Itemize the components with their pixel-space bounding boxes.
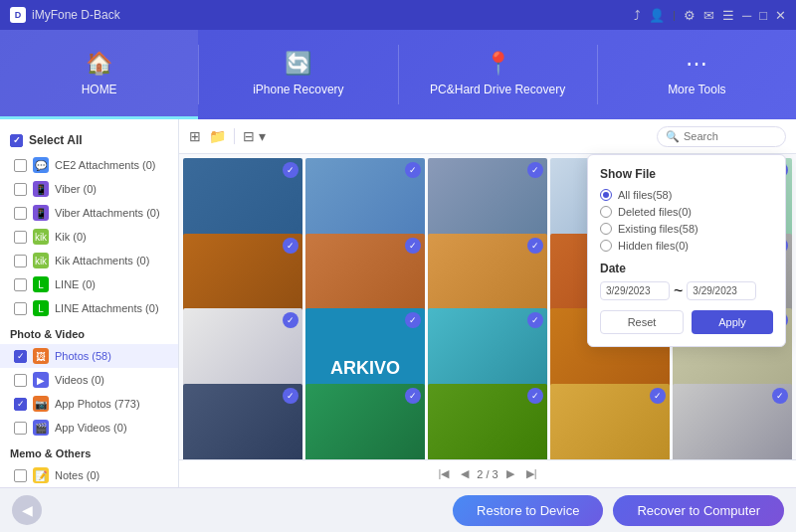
filter-all-radio[interactable]: [600, 189, 612, 201]
apply-button[interactable]: Apply: [692, 310, 773, 334]
mail-icon[interactable]: ✉: [703, 8, 714, 23]
photo-check[interactable]: ✓: [405, 388, 421, 404]
line-att-checkbox[interactable]: [14, 302, 27, 315]
sidebar-item-kik-att[interactable]: kik Kik Attachments (0): [0, 249, 178, 272]
sidebar-item-line[interactable]: L LINE (0): [0, 272, 178, 296]
app-videos-checkbox[interactable]: [14, 422, 27, 435]
filter-existing[interactable]: Existing files(58): [600, 223, 773, 235]
kik-att-icon: kik: [33, 253, 49, 268]
next-page-button[interactable]: ▶: [502, 465, 518, 482]
videos-icon: ▶: [33, 372, 49, 388]
settings-icon[interactable]: ⚙: [684, 8, 696, 23]
ce2-checkbox[interactable]: [14, 159, 27, 172]
filter-hidden[interactable]: Hidden files(0): [600, 240, 773, 252]
photo-check[interactable]: ✓: [405, 162, 421, 178]
sidebar: ✓ Select All 💬 CE2 Attachments (0) 📱 Vib…: [0, 119, 179, 487]
restore-to-device-button[interactable]: Restore to Device: [453, 495, 603, 526]
videos-checkbox[interactable]: [14, 374, 27, 387]
ce2-icon: 💬: [33, 157, 49, 173]
notes-checkbox[interactable]: [14, 469, 27, 482]
viber-icon: 📱: [33, 181, 49, 197]
sidebar-item-photos[interactable]: ✓ 🖼 Photos (58): [0, 344, 178, 368]
select-all-label: Select All: [29, 133, 83, 147]
nav-iphone-recovery[interactable]: 🔄 iPhone Recovery: [199, 30, 397, 119]
pagination: |◀ ◀ 2 / 3 ▶ ▶|: [179, 459, 796, 487]
photo-check[interactable]: ✓: [527, 238, 543, 254]
nav-pc-label: PC&Hard Drive Recovery: [430, 83, 565, 96]
recover-to-computer-button[interactable]: Recover to Computer: [613, 495, 784, 526]
kik-checkbox[interactable]: [14, 231, 27, 244]
sidebar-item-line-att[interactable]: L LINE Attachments (0): [0, 296, 178, 320]
nav-more-tools[interactable]: ⋯ More Tools: [598, 30, 796, 119]
kik-att-label: Kik Attachments (0): [55, 255, 168, 266]
photo-cell[interactable]: ✓: [550, 384, 670, 460]
folder-icon[interactable]: 📁: [209, 128, 226, 144]
photo-check[interactable]: ✓: [283, 388, 298, 404]
notes-icon: 📝: [33, 467, 49, 483]
back-button[interactable]: ◀: [12, 495, 42, 525]
app-photos-checkbox[interactable]: ✓: [14, 398, 27, 411]
close-icon[interactable]: ✕: [775, 8, 786, 23]
prev-page-button[interactable]: ◀: [457, 465, 473, 482]
photo-check[interactable]: ✓: [283, 162, 298, 178]
filter-all-files[interactable]: All files(58): [600, 189, 773, 201]
nav-pc-recovery[interactable]: 📍 PC&Hard Drive Recovery: [399, 30, 597, 119]
line-label: LINE (0): [55, 278, 168, 290]
photo-cell[interactable]: ✓: [673, 384, 792, 460]
search-box[interactable]: 🔍: [657, 126, 786, 147]
select-all-row[interactable]: ✓ Select All: [0, 127, 178, 153]
sidebar-item-viber-att[interactable]: 📱 Viber Attachments (0): [0, 201, 178, 225]
sidebar-item-kik[interactable]: kik Kik (0): [0, 225, 178, 249]
photo-cell[interactable]: ✓: [428, 384, 547, 460]
grid-view-icon[interactable]: ⊞: [189, 128, 201, 144]
select-all-checkbox[interactable]: ✓: [10, 134, 23, 147]
sidebar-item-notes[interactable]: 📝 Notes (0): [0, 463, 178, 487]
filter-actions: Reset Apply: [600, 310, 773, 334]
date-from-input[interactable]: [600, 281, 670, 300]
first-page-button[interactable]: |◀: [434, 465, 453, 482]
line-checkbox[interactable]: [14, 278, 27, 291]
sidebar-item-app-photos[interactable]: ✓ 📷 App Photos (773): [0, 392, 178, 416]
share-icon[interactable]: ⤴: [634, 8, 641, 23]
user-icon[interactable]: 👤: [649, 8, 665, 23]
minimize-icon[interactable]: ─: [742, 8, 751, 23]
photo-check[interactable]: ✓: [405, 312, 421, 328]
filter-hidden-label: Hidden files(0): [618, 240, 689, 252]
date-to-input[interactable]: [687, 281, 756, 300]
nav-home[interactable]: 🏠 HOME: [0, 30, 198, 119]
filter-existing-radio[interactable]: [600, 223, 612, 235]
viber-att-checkbox[interactable]: [14, 207, 27, 220]
photo-check[interactable]: ✓: [527, 312, 543, 328]
photo-cell[interactable]: ✓: [305, 384, 425, 460]
reset-button[interactable]: Reset: [600, 310, 684, 334]
filter-icon[interactable]: ⊟ ▾: [243, 128, 266, 144]
photos-icon: 🖼: [33, 348, 49, 364]
photo-check[interactable]: ✓: [283, 238, 298, 254]
photo-check[interactable]: ✓: [650, 388, 666, 404]
app-videos-icon: 🎬: [33, 420, 49, 436]
kik-att-checkbox[interactable]: [14, 255, 27, 267]
photo-check[interactable]: ✓: [527, 388, 543, 404]
search-input[interactable]: [684, 130, 777, 142]
sidebar-item-ce2[interactable]: 💬 CE2 Attachments (0): [0, 153, 178, 177]
photos-checkbox[interactable]: ✓: [14, 350, 27, 363]
photo-check[interactable]: ✓: [527, 162, 543, 178]
maximize-icon[interactable]: □: [759, 8, 767, 23]
photo-cell[interactable]: ✓: [183, 384, 302, 460]
photo-check[interactable]: ✓: [405, 238, 421, 254]
photo-check[interactable]: ✓: [772, 388, 788, 404]
date-range: ~: [600, 281, 773, 300]
filter-deleted-radio[interactable]: [600, 206, 612, 218]
filter-popup: Show File All files(58) Deleted files(0)…: [587, 154, 786, 347]
app-title: iMyFone D-Back: [32, 8, 120, 22]
filter-hidden-radio[interactable]: [600, 240, 612, 252]
menu-icon[interactable]: ☰: [722, 8, 734, 23]
filter-deleted[interactable]: Deleted files(0): [600, 206, 773, 218]
last-page-button[interactable]: ▶|: [522, 465, 541, 482]
photo-check[interactable]: ✓: [283, 312, 298, 328]
sidebar-item-videos[interactable]: ▶ Videos (0): [0, 368, 178, 392]
viber-checkbox[interactable]: [14, 183, 27, 196]
sidebar-item-app-videos[interactable]: 🎬 App Videos (0): [0, 416, 178, 440]
sidebar-item-viber[interactable]: 📱 Viber (0): [0, 177, 178, 201]
date-range-separator: ~: [674, 282, 683, 300]
